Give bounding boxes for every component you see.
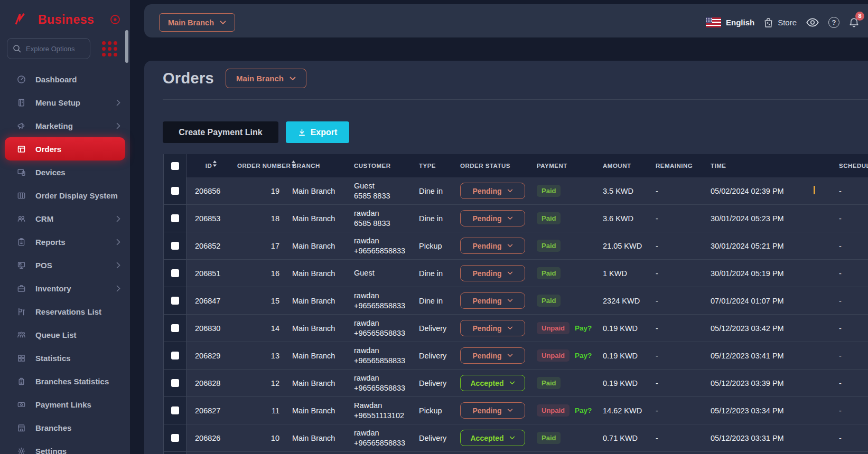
time-cell: 05/12/2023 03:31 PM [710,424,838,451]
sidebar-item-reservations-list[interactable]: Reservations List [0,300,130,323]
chevron-down-icon [509,381,515,385]
sidebar-item-devices[interactable]: Devices [0,160,130,184]
sidebar-item-orders[interactable]: Orders [5,137,125,160]
sidebar: Business Dashboard Menu Setup [0,0,130,454]
sidebar-item-settings[interactable]: Settings [0,439,130,454]
row-checkbox[interactable] [171,379,179,387]
order-status-dropdown[interactable]: Pending [460,292,525,309]
order-status-dropdown[interactable]: Accepted [460,430,525,446]
branch-cell: Main Branch [291,232,353,259]
row-checkbox[interactable] [171,324,179,332]
topbar-branch-selector[interactable]: Main Branch [159,13,235,32]
table-header-row: ID ORDER NUMBER BRANCH CUSTOMER [164,154,868,177]
order-status-dropdown[interactable]: Pending [460,183,525,199]
row-checkbox[interactable] [171,297,179,305]
preview-eye-icon[interactable] [806,18,819,27]
sidebar-item-order-display-system[interactable]: Order Display System [0,184,130,207]
row-checkbox[interactable] [171,406,179,414]
customer-name: rawdan [354,318,379,328]
sidebar-item-marketing[interactable]: Marketing [0,114,130,137]
sidebar-item-branches-statistics[interactable]: Branches Statistics [0,370,130,393]
order-status-dropdown[interactable]: Pending [460,320,525,336]
row-checkbox[interactable] [171,434,179,442]
sidebar-item-menu-setup[interactable]: Menu Setup [0,91,130,114]
sidebar-search[interactable] [7,38,90,59]
sidebar-item-queue-list[interactable]: Queue List [0,323,130,346]
pay-link[interactable]: Pay? [575,324,592,332]
column-header-id[interactable]: ID [186,163,236,169]
table-row: 206852 17 Main Branch rawdan +9656585883… [164,232,868,260]
column-header-payment[interactable]: PAYMENT [536,163,602,169]
dashboard-icon [17,74,26,84]
order-type-cell: Dine in [418,205,459,232]
row-checkbox[interactable] [171,214,179,222]
store-button[interactable]: Store [763,17,797,28]
sort-icon[interactable] [291,160,296,167]
notifications-button[interactable]: 8 [848,15,860,31]
customer-name: rawdan [354,373,379,383]
column-header-scheduled[interactable]: SCHEDULED [838,163,868,169]
time-cell: 30/01/2024 05:21 PM [710,232,838,259]
language-selector[interactable]: English [706,17,754,27]
column-header-order-number[interactable]: ORDER NUMBER [236,163,291,169]
export-button[interactable]: Export [286,121,349,143]
column-header-type[interactable]: TYPE [418,163,459,169]
column-header-branch[interactable]: BRANCH [291,163,353,169]
row-checkbox[interactable] [171,352,179,360]
row-select-cell [164,205,186,232]
sidebar-item-payment-links[interactable]: Payment Links [0,393,130,416]
order-status-dropdown[interactable]: Pending [460,238,525,254]
amount-cell: 1 KWD [602,260,655,287]
search-input[interactable] [26,45,84,53]
collapse-toggle-icon[interactable] [110,14,120,25]
column-header-amount[interactable]: AMOUNT [602,163,655,169]
row-checkbox[interactable] [171,187,179,195]
sidebar-item-inventory[interactable]: Inventory [0,277,130,300]
chevron-down-icon [507,216,513,220]
sidebar-item-crm[interactable]: CRM [0,207,130,230]
sidebar-item-reports[interactable]: Reports [0,230,130,253]
order-status-dropdown[interactable]: Accepted [460,375,525,391]
chevron-down-icon [507,189,513,193]
sidebar-item-pos[interactable]: POS [0,253,130,277]
pay-link[interactable]: Pay? [575,352,592,360]
column-header-time[interactable]: TIME [710,163,838,169]
order-status-dropdown[interactable]: Pending [460,210,525,226]
amount-cell: 3.6 KWD [602,205,655,232]
remaining-cell: - [655,370,710,396]
table-row: 206856 19 Main Branch Guest 6585 8833 Di… [164,177,868,205]
column-header-customer[interactable]: CUSTOMER [353,163,418,169]
order-status-dropdown[interactable]: Pending [460,265,525,281]
pay-link[interactable]: Pay? [575,406,592,414]
sidebar-scrollbar[interactable] [125,30,128,63]
select-all-checkbox[interactable] [171,162,179,170]
chevron-right-icon [116,262,120,269]
column-header-order-status[interactable]: ORDER STATUS [459,163,536,169]
sidebar-item-statistics[interactable]: Statistics [0,346,130,370]
order-number-cell: 15 [236,287,291,314]
order-type-cell: Pickup [418,397,459,424]
customer-cell: rawdan +96565858833 [353,424,418,451]
row-select-cell [164,177,186,204]
page-branch-selector[interactable]: Main Branch [226,69,306,88]
apps-grid-icon[interactable] [102,41,117,56]
row-checkbox[interactable] [171,269,179,277]
create-payment-link-button[interactable]: Create Payment Link [163,121,278,143]
sidebar-item-branches[interactable]: Branches [0,416,130,439]
time-cell: 30/01/2024 05:19 PM [710,260,838,287]
time-cell: 05/12/2023 03:34 PM [710,397,838,424]
sidebar-item-dashboard[interactable]: Dashboard [0,68,130,91]
table-row: 206830 14 Main Branch rawdan +9656585883… [164,315,868,342]
help-icon[interactable]: ? [828,17,839,28]
order-number-cell: 19 [236,177,291,204]
sort-icon[interactable] [212,160,217,167]
chevron-down-icon [509,436,515,440]
select-all-cell [164,154,186,177]
order-status-dropdown[interactable]: Pending [460,402,525,419]
us-flag-icon [706,17,721,27]
column-header-remaining[interactable]: REMAINING [655,163,710,169]
scheduled-cell: - [838,342,868,369]
order-status-dropdown[interactable]: Pending [460,347,525,364]
row-checkbox[interactable] [171,242,179,250]
customer-cell: Rawdan +96551113102 [353,397,418,424]
